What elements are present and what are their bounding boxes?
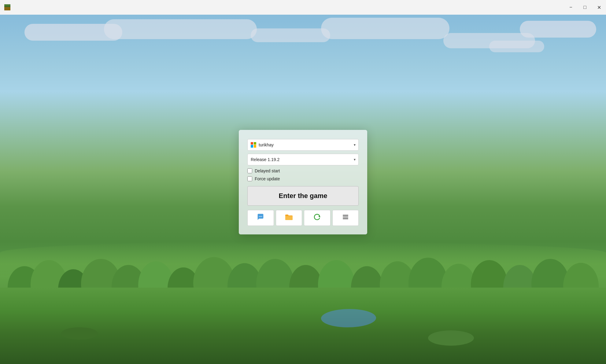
svg-point-23 (259, 216, 260, 217)
folder-button[interactable] (276, 210, 302, 226)
app-icon (0, 0, 15, 15)
version-dropdown[interactable]: Release 1.19.2 (247, 154, 359, 165)
menu-icon (342, 213, 349, 223)
menu-button[interactable] (332, 210, 359, 226)
force-update-checkbox[interactable] (247, 176, 252, 181)
folder-icon (285, 213, 293, 223)
launcher-dialog: turikhay ▾ Release 1.19.2 ▾ Delayed star… (239, 130, 367, 234)
force-update-label: Force update (255, 176, 280, 181)
close-icon: ✕ (597, 5, 601, 10)
delayed-start-checkbox[interactable] (247, 168, 252, 173)
version-dropdown-wrapper: Release 1.19.2 ▾ (247, 154, 359, 165)
account-value: turikhay (259, 142, 274, 147)
version-value: Release 1.19.2 (251, 157, 279, 162)
maximize-icon: □ (583, 5, 586, 10)
svg-rect-29 (343, 218, 348, 219)
delayed-start-row: Delayed start (247, 168, 359, 173)
options-section: Delayed start Force update (247, 168, 359, 181)
svg-rect-2 (4, 6, 10, 7)
minimize-icon: − (569, 5, 572, 10)
refresh-icon (313, 213, 321, 223)
svg-rect-28 (343, 216, 348, 217)
svg-point-25 (261, 216, 262, 217)
chat-icon (257, 213, 264, 223)
account-dropdown[interactable]: turikhay (247, 139, 359, 151)
toolbar (247, 210, 359, 226)
maximize-button[interactable]: □ (578, 0, 592, 15)
delayed-start-label: Delayed start (255, 168, 280, 173)
svg-point-24 (260, 216, 261, 217)
enter-game-label: Enter the game (279, 192, 327, 200)
svg-marker-26 (318, 215, 320, 217)
chat-button[interactable] (247, 210, 274, 226)
ms-logo (251, 142, 259, 147)
minimize-button[interactable]: − (564, 0, 578, 15)
force-update-row: Force update (247, 176, 359, 181)
titlebar: − □ ✕ (0, 0, 606, 15)
refresh-button[interactable] (304, 210, 331, 226)
close-button[interactable]: ✕ (592, 0, 606, 15)
enter-game-button[interactable]: Enter the game (247, 186, 359, 206)
svg-rect-27 (343, 215, 348, 216)
account-dropdown-wrapper: turikhay ▾ (247, 139, 359, 151)
